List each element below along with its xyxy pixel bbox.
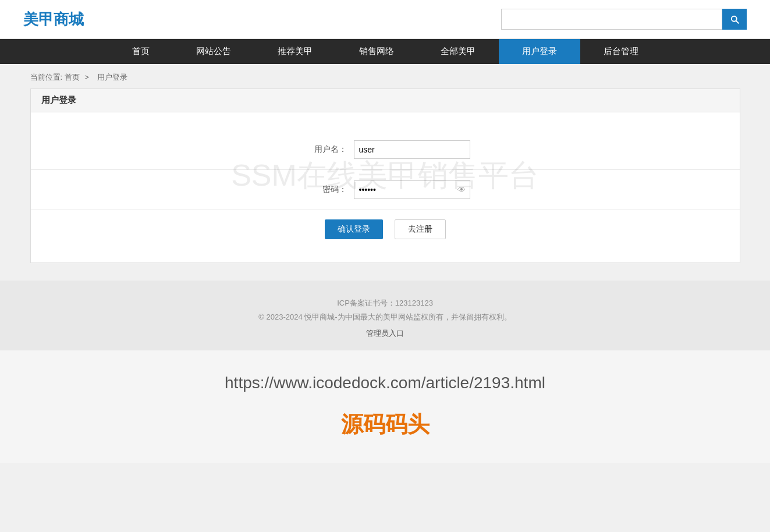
confirm-login-button[interactable]: 确认登录 [325,219,383,239]
site-logo: 美甲商城 [23,9,84,30]
nav-item-all[interactable]: 全部美甲 [417,39,499,64]
register-button[interactable]: 去注册 [395,219,446,239]
breadcrumb: 当前位置: 首页 > 用户登录 [30,64,740,88]
password-row: 密码： 👁 [31,170,740,210]
breadcrumb-home[interactable]: 首页 [65,73,80,81]
footer-icp: ICP备案证书号：123123123 [0,298,770,308]
nav-item-notice[interactable]: 网站公告 [173,39,254,64]
nav-item-recommend[interactable]: 推荐美甲 [254,39,336,64]
nav-item-login[interactable]: 用户登录 [499,39,580,64]
login-section-title: 用户登录 [31,89,740,112]
footer: ICP备案证书号：123123123 © 2023-2024 悦甲商城-为中国最… [0,281,770,350]
footer-copyright: © 2023-2024 悦甲商城-为中国最大的美甲网站监权所有，并保留拥有权利。 [0,312,770,322]
main-nav: 首页 网站公告 推荐美甲 销售网络 全部美甲 用户登录 后台管理 [0,39,770,64]
article-url: https://www.icodedock.com/article/2193.h… [0,374,770,392]
login-section: 用户登录 SSM在线美甲销售平台 用户名： 密码： 👁 确认登录 去注册 [30,88,740,263]
search-input[interactable] [501,9,722,30]
nav-item-sales[interactable]: 销售网络 [336,39,417,64]
username-row: 用户名： [31,130,740,170]
eye-icon[interactable]: 👁 [457,185,466,194]
top-bar: 美甲商城 [0,0,770,39]
breadcrumb-current: 用户登录 [97,73,127,81]
password-label: 密码： [300,185,347,195]
login-form-area: SSM在线美甲销售平台 用户名： 密码： 👁 确认登录 去注册 [31,112,740,263]
password-input[interactable] [354,180,470,199]
username-input[interactable] [354,140,470,159]
search-area [501,9,747,30]
source-title: 源码码头 [0,410,770,439]
nav-item-home[interactable]: 首页 [109,39,173,64]
search-icon [729,14,740,24]
button-row: 确认登录 去注册 [31,210,740,245]
username-label: 用户名： [300,144,347,155]
nav-item-admin[interactable]: 后台管理 [580,39,662,64]
bottom-section: https://www.icodedock.com/article/2193.h… [0,350,770,463]
password-wrap: 👁 [354,180,470,199]
admin-link[interactable]: 管理员入口 [366,329,404,338]
main-content: 当前位置: 首页 > 用户登录 用户登录 SSM在线美甲销售平台 用户名： 密码… [19,64,752,263]
breadcrumb-separator: > [84,73,89,81]
search-button[interactable] [722,9,747,30]
